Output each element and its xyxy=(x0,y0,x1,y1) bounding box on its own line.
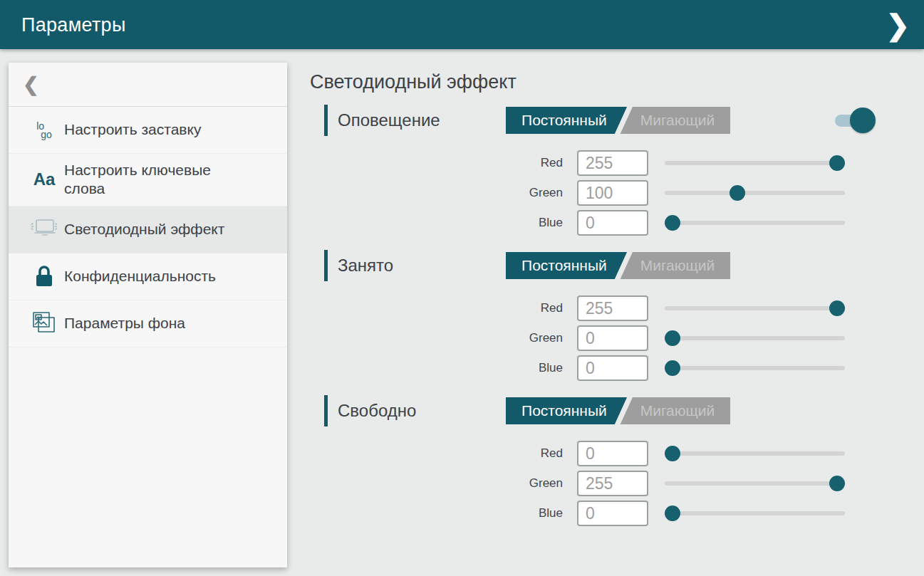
blue-value-input[interactable] xyxy=(577,501,648,526)
red-slider[interactable] xyxy=(665,445,845,462)
slider-thumb[interactable] xyxy=(829,476,845,491)
section-accent-bar xyxy=(324,105,328,136)
logo-icon: lo go xyxy=(24,122,64,139)
sidebar-item-background[interactable]: Параметры фона xyxy=(9,300,287,347)
sidebar-item-label: Настроить ключевые слова xyxy=(64,161,242,199)
channel-row-green: Green xyxy=(456,180,924,206)
channel-label: Green xyxy=(456,186,563,200)
slider-thumb[interactable] xyxy=(665,360,680,376)
channel-row-green: Green xyxy=(456,471,924,496)
sidebar-item-label: Настроить заставку xyxy=(64,120,201,139)
blue-slider[interactable] xyxy=(665,360,845,377)
channel-label: Red xyxy=(456,446,563,461)
mode-toggle: Постоянный Мигающий xyxy=(506,397,730,424)
channel-label: Blue xyxy=(456,506,563,520)
red-value-input[interactable] xyxy=(577,295,648,321)
section-accent-bar xyxy=(324,250,328,281)
section-accent-bar xyxy=(324,395,328,426)
channel-row-blue: Blue xyxy=(456,501,924,526)
sidebar-item-privacy[interactable]: Конфиденциальность xyxy=(9,253,287,300)
channel-label: Green xyxy=(456,331,563,345)
channel-label: Blue xyxy=(456,361,563,375)
back-chevron-icon[interactable]: ❮ xyxy=(23,73,39,96)
slider-thumb[interactable] xyxy=(829,155,845,171)
blue-value-input[interactable] xyxy=(577,355,648,381)
slider-track[interactable] xyxy=(665,161,845,165)
channel-label: Red xyxy=(456,301,563,315)
section-notification: Оповещение Постоянный Мигающий Red Green xyxy=(310,105,924,236)
background-images-icon xyxy=(24,310,64,337)
section-label: Оповещение xyxy=(338,110,440,130)
sidebar-back-row[interactable]: ❮ xyxy=(9,63,287,107)
section-free: Свободно Постоянный Мигающий Red Green xyxy=(310,395,924,526)
slider-track[interactable] xyxy=(665,306,845,310)
red-value-input[interactable] xyxy=(577,150,648,176)
forward-chevron-icon[interactable]: ❯ xyxy=(886,11,910,39)
slider-thumb[interactable] xyxy=(665,446,680,461)
sidebar-item-label: Параметры фона xyxy=(64,314,185,332)
green-value-input[interactable] xyxy=(577,325,648,351)
page-title: Параметры xyxy=(21,14,126,36)
channel-label: Blue xyxy=(456,216,563,230)
sidebar-item-led-effect[interactable]: Светодиодный эффект xyxy=(9,206,287,253)
settings-sidebar: ❮ lo go Настроить заставку Aa Настроить … xyxy=(9,63,287,567)
slider-thumb[interactable] xyxy=(665,506,680,521)
blue-value-input[interactable] xyxy=(577,210,648,236)
notification-enable-switch[interactable] xyxy=(835,107,875,134)
main-content: Светодиодный эффект Оповещение Постоянны… xyxy=(310,49,924,530)
green-value-input[interactable] xyxy=(577,180,648,206)
green-slider[interactable] xyxy=(665,184,845,201)
mode-toggle: Постоянный Мигающий xyxy=(506,107,730,134)
slider-track[interactable] xyxy=(665,366,845,370)
switch-thumb[interactable] xyxy=(850,108,876,133)
slider-track[interactable] xyxy=(665,451,845,456)
channel-row-blue: Blue xyxy=(456,355,924,381)
green-slider[interactable] xyxy=(665,330,845,347)
channel-label: Green xyxy=(456,476,563,491)
channel-row-green: Green xyxy=(456,325,924,351)
channel-row-red: Red xyxy=(456,441,924,466)
slider-track[interactable] xyxy=(665,511,845,515)
slider-track[interactable] xyxy=(665,191,845,195)
red-slider[interactable] xyxy=(665,155,845,172)
app-header: Параметры ❯ xyxy=(0,0,924,49)
slider-track[interactable] xyxy=(665,221,845,225)
blue-slider[interactable] xyxy=(665,505,845,522)
red-slider[interactable] xyxy=(665,300,845,317)
led-display-icon xyxy=(24,217,64,241)
sidebar-item-label: Светодиодный эффект xyxy=(64,220,224,239)
section-label: Занято xyxy=(338,256,393,276)
green-value-input[interactable] xyxy=(577,471,648,496)
section-busy: Занято Постоянный Мигающий Red Green xyxy=(310,250,924,381)
channel-row-blue: Blue xyxy=(456,210,924,236)
mode-toggle: Постоянный Мигающий xyxy=(506,252,730,279)
slider-thumb[interactable] xyxy=(730,185,745,201)
sidebar-item-splash-screen[interactable]: lo go Настроить заставку xyxy=(9,107,287,154)
slider-thumb[interactable] xyxy=(829,300,845,316)
slider-track[interactable] xyxy=(665,336,845,340)
green-slider[interactable] xyxy=(665,475,845,492)
slider-track[interactable] xyxy=(665,481,845,486)
red-value-input[interactable] xyxy=(577,441,648,466)
lock-icon xyxy=(24,263,64,289)
channel-row-red: Red xyxy=(456,295,924,321)
section-label: Свободно xyxy=(338,401,416,421)
slider-thumb[interactable] xyxy=(665,215,680,231)
content-title: Светодиодный эффект xyxy=(310,71,924,93)
sidebar-item-keywords[interactable]: Aa Настроить ключевые слова xyxy=(9,154,287,206)
font-aa-icon: Aa xyxy=(24,169,64,189)
slider-thumb[interactable] xyxy=(665,330,680,346)
channel-label: Red xyxy=(456,156,563,170)
channel-row-red: Red xyxy=(456,150,924,176)
blue-slider[interactable] xyxy=(665,214,845,231)
sidebar-item-label: Конфиденциальность xyxy=(64,267,216,286)
